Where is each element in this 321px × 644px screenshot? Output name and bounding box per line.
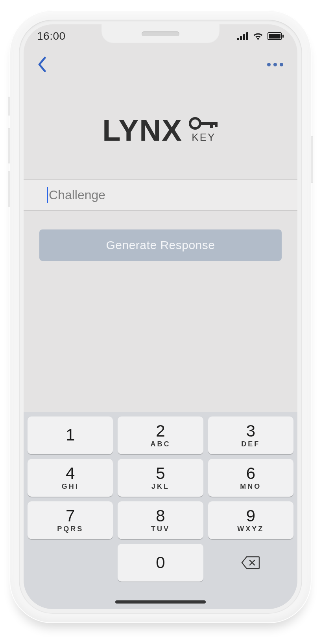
keypad-number: 6 — [246, 465, 255, 482]
keypad-number: 2 — [156, 423, 165, 439]
svg-rect-8 — [199, 122, 217, 125]
keypad-number: 9 — [246, 508, 255, 524]
home-indicator[interactable] — [115, 600, 206, 604]
keypad-letters: DEF — [241, 440, 260, 448]
keypad-letters: JKL — [151, 483, 170, 491]
logo-text: LYNX — [102, 113, 183, 147]
phone-frame: 16:00 — [9, 10, 312, 623]
keypad-number: 5 — [156, 465, 165, 482]
speaker-slot — [142, 31, 179, 36]
keypad-9[interactable]: 9 WXYZ — [208, 501, 293, 539]
challenge-placeholder: Challenge — [49, 188, 105, 202]
keypad-number: 4 — [66, 465, 75, 482]
keypad-7[interactable]: 7 PQRS — [28, 501, 113, 539]
svg-rect-2 — [243, 34, 245, 40]
more-button[interactable] — [263, 59, 287, 70]
side-button — [311, 136, 313, 183]
svg-rect-3 — [246, 32, 248, 40]
svg-point-7 — [190, 118, 200, 128]
svg-rect-5 — [269, 34, 280, 39]
keypad-number: 0 — [156, 554, 165, 571]
keypad-letters: GHI — [62, 483, 79, 491]
keypad-number: 1 — [66, 427, 75, 443]
key-icon — [189, 117, 219, 130]
keypad-letters: MNO — [240, 483, 261, 491]
keypad-letters: ABC — [150, 440, 170, 448]
keypad-4[interactable]: 4 GHI — [28, 459, 113, 497]
notch — [101, 24, 220, 43]
status-indicators — [237, 32, 284, 40]
battery-icon — [268, 32, 284, 40]
content-area: LYNX KEY Challenge — [24, 81, 297, 609]
nav-bar — [24, 48, 297, 81]
keypad-number: 3 — [246, 423, 255, 439]
keypad-2[interactable]: 2 ABC — [118, 416, 203, 454]
numeric-keyboard: 1 2 ABC 3 DEF 4 — [24, 412, 297, 609]
keypad-6[interactable]: 6 MNO — [208, 459, 293, 497]
wifi-icon — [253, 32, 264, 40]
back-button[interactable] — [34, 55, 50, 74]
logo-key-mark: KEY — [189, 117, 219, 143]
svg-rect-9 — [210, 122, 213, 128]
side-button — [8, 97, 10, 116]
svg-rect-10 — [215, 122, 218, 127]
dot-icon — [273, 63, 277, 66]
keypad-0[interactable]: 0 — [118, 544, 203, 582]
svg-rect-0 — [237, 38, 239, 40]
generate-response-button[interactable]: Generate Response — [39, 229, 282, 261]
challenge-input[interactable]: Challenge — [24, 179, 297, 211]
app-logo: LYNX KEY — [24, 81, 297, 179]
keypad-5[interactable]: 5 JKL — [118, 459, 203, 497]
keypad-1[interactable]: 1 — [28, 416, 113, 454]
svg-rect-1 — [240, 36, 242, 40]
cellular-signal-icon — [237, 32, 249, 40]
svg-rect-6 — [282, 35, 284, 38]
keypad-number: 8 — [156, 508, 165, 524]
keypad-letters: PQRS — [57, 525, 83, 533]
logo-subtext: KEY — [192, 131, 216, 143]
chevron-left-icon — [37, 56, 46, 73]
keypad-3[interactable]: 3 DEF — [208, 416, 293, 454]
dot-icon — [280, 63, 283, 66]
dot-icon — [267, 63, 271, 66]
keypad-letters: TUV — [151, 525, 170, 533]
keypad-number: 7 — [66, 508, 75, 524]
keypad-backspace[interactable] — [208, 544, 293, 582]
keypad-8[interactable]: 8 TUV — [118, 501, 203, 539]
keypad-letters: WXYZ — [237, 525, 264, 533]
side-button — [8, 128, 10, 163]
screen: 16:00 — [24, 24, 297, 609]
text-cursor — [47, 187, 48, 203]
side-button — [8, 171, 10, 207]
backspace-icon — [241, 556, 260, 569]
status-time: 16:00 — [37, 30, 66, 42]
